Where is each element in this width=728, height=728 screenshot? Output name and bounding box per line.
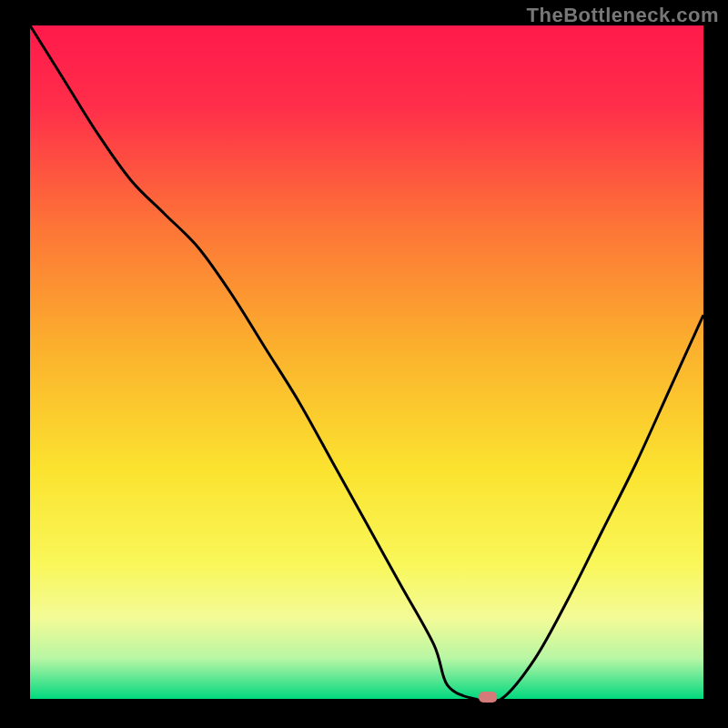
- chart-svg: [0, 0, 728, 728]
- gradient-plot-background: [30, 25, 703, 699]
- watermark-text: TheBottleneck.com: [527, 4, 719, 27]
- optimal-point-marker: [479, 692, 497, 703]
- chart-stage: TheBottleneck.com: [0, 0, 728, 728]
